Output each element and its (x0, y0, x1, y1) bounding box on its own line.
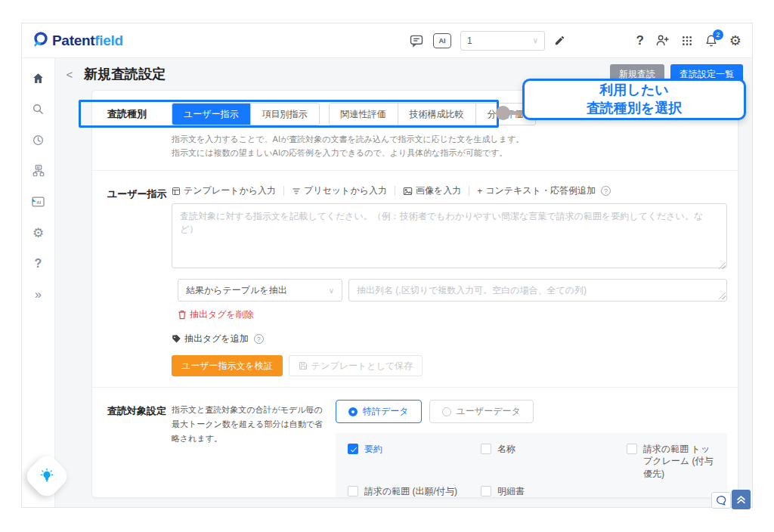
callout-line2: 査読種別を選択 (587, 100, 682, 117)
extract-mode-value: 結果からテーブルを抽出 (186, 284, 287, 297)
extract-table-row: 結果からテーブルを抽出 ∨ (172, 279, 727, 302)
user-instruction-label: ユーザー指示 (107, 183, 172, 376)
validate-instruction-button[interactable]: ユーザー指示文を検証 (172, 355, 283, 376)
annotation-connector-dot (496, 106, 510, 120)
invite-user-icon[interactable] (655, 33, 670, 48)
home-icon[interactable] (31, 70, 46, 85)
radio-user-data[interactable]: ユーザーデータ (429, 400, 534, 423)
lightbulb-icon (39, 468, 54, 484)
feedback-bubble-button[interactable] (711, 492, 731, 509)
history-clock-icon[interactable] (31, 132, 46, 147)
input-resize-handle[interactable] (719, 292, 726, 299)
page-title: 新規査読設定 (84, 65, 166, 83)
radio-dot-icon (442, 407, 451, 416)
extract-columns-input[interactable] (348, 279, 727, 302)
section-review-target: 査読対象設定 指示文と査読対象文の合計がモデル毎の最大トークン数を超える部分は自… (92, 387, 738, 498)
sidebar-expand-icon[interactable]: » (31, 287, 46, 302)
data-source-radio-group: 特許データ ユーザーデータ (336, 400, 727, 423)
checkbox[interactable] (348, 444, 358, 454)
patent-fields-grid: 要約 名称 請求の範囲 トップクレーム (付与優先) 請求の範囲 (出願/付与)… (348, 443, 715, 498)
sidebar-settings-icon[interactable]: ⚙ (31, 225, 46, 240)
sidebar: AI AI ⚙ ? » (22, 58, 55, 507)
checkbox-item[interactable]: 請求の範囲 トップクレーム (付与優先) (627, 443, 715, 480)
checkbox-item[interactable]: 要約 (348, 443, 476, 480)
input-image-link[interactable]: 画像を入力 (403, 184, 461, 197)
feedback-chat-icon[interactable] (409, 33, 424, 48)
sidebar-help-icon[interactable]: ? (31, 256, 46, 271)
template-icon (172, 187, 181, 196)
back-chevron-icon[interactable]: < (61, 68, 78, 81)
checkbox-item[interactable]: 名称 (481, 443, 622, 480)
extract-mode-select[interactable]: 結果からテーブルを抽出 ∨ (178, 279, 342, 302)
input-from-template-link[interactable]: テンプレートから入力 (172, 184, 276, 197)
chevron-down-icon: ∨ (533, 36, 538, 45)
ai-classify-tree-icon[interactable]: AI (31, 163, 46, 178)
double-chevron-up-icon (736, 494, 746, 505)
review-type-description: 指示文を入力することで、AIが査読対象の文書を読み込んで指示文に応じた文を生成し… (172, 132, 727, 159)
callout-line1: 利用したい (599, 82, 668, 99)
notification-badge: 2 (713, 29, 723, 40)
header-middle-group: AI 1 ∨ (409, 23, 565, 57)
context-help-icon[interactable]: ? (601, 186, 611, 196)
checkbox[interactable] (627, 444, 637, 454)
ai-assistant-icon[interactable]: AI (433, 33, 451, 48)
add-context-example-link[interactable]: + コンテキスト・応答例追加 ? (477, 184, 611, 197)
tab-item-instruction[interactable]: 項目別指示 (250, 104, 319, 125)
trash-icon (178, 310, 187, 320)
add-tag-help-icon[interactable]: ? (254, 334, 264, 344)
svg-text:AI: AI (36, 165, 39, 169)
notifications-bell-icon[interactable]: 2 (704, 34, 718, 48)
ai-review-doc-icon[interactable]: AI (31, 194, 46, 209)
help-icon[interactable]: ? (636, 33, 643, 48)
review-target-label: 査読対象設定 (107, 400, 172, 498)
instruction-textarea[interactable] (172, 203, 727, 268)
checkbox[interactable] (481, 444, 491, 454)
annotation-callout: 利用したい 査読種別を選択 (522, 79, 746, 120)
logo-text: Patentfield (52, 32, 123, 49)
instruction-toolbar: テンプレートから入力 プリセットから入力 (172, 184, 727, 197)
top-header: Patentfield AI 1 ∨ (22, 23, 752, 58)
save-as-template-button[interactable]: テンプレートとして保存 (289, 355, 423, 376)
logo-mark-icon (33, 31, 49, 51)
preset-list-icon (292, 187, 301, 196)
patentfield-logo[interactable]: Patentfield (33, 31, 123, 51)
input-from-preset-link[interactable]: プリセットから入力 (292, 184, 387, 197)
review-type-label: 査読種別 (107, 103, 172, 159)
chevron-down-icon: ∨ (329, 286, 334, 295)
review-settings-card: 査読種別 ユーザー指示 項目別指示 関連性評価 技術構成比較 分類評価 (91, 90, 738, 498)
patent-fields-panel: 要約 名称 請求の範囲 トップクレーム (付与優先) 請求の範囲 (出願/付与)… (336, 433, 727, 498)
grid-spacer (627, 485, 715, 497)
edit-pencil-icon[interactable] (554, 35, 565, 46)
settings-gear-icon[interactable]: ⚙ (729, 34, 741, 48)
header-right-group: ? 2 (636, 33, 741, 48)
delete-extract-tag-link[interactable]: 抽出タグを削除 (172, 308, 254, 321)
section-user-instruction: ユーザー指示 テンプレートから入力 (92, 170, 738, 387)
checkbox[interactable] (348, 486, 358, 496)
radio-dot-icon (348, 407, 358, 416)
plus-icon: + (477, 186, 482, 196)
checkbox[interactable] (481, 486, 491, 496)
image-icon (403, 187, 413, 196)
apps-grid-icon[interactable] (681, 35, 693, 47)
checkbox-item[interactable]: 請求の範囲 (出願/付与) (348, 485, 476, 497)
chat-bubble-icon (716, 495, 727, 506)
save-icon (299, 361, 308, 370)
radio-patent-data[interactable]: 特許データ (336, 400, 422, 423)
tab-group-instruction: ユーザー指示 項目別指示 (172, 103, 320, 125)
scroll-to-top-button[interactable] (732, 490, 751, 509)
workspace-select[interactable]: 1 ∨ (460, 31, 545, 51)
checkbox-item[interactable]: 明細書 (481, 485, 622, 497)
textarea-resize-handle[interactable] (719, 262, 726, 269)
add-extract-tag-link[interactable]: 抽出タグを追加 ? (172, 332, 264, 345)
svg-text:AI: AI (36, 200, 41, 205)
search-icon[interactable] (31, 101, 46, 116)
tab-relevance-eval[interactable]: 関連性評価 (330, 104, 398, 125)
review-target-description: 指示文と査読対象文の合計がモデル毎の最大トークン数を超える部分は自動で省略されま… (172, 400, 327, 498)
main-content: < 新規査読設定 新規査読 査読設定一覧 査読種別 ユーザー指示 項目別指示 (55, 58, 752, 507)
workspace-select-value: 1 (467, 36, 472, 46)
tab-user-instruction[interactable]: ユーザー指示 (172, 104, 250, 125)
tab-tech-structure-compare[interactable]: 技術構成比較 (398, 104, 475, 125)
tag-icon (172, 334, 181, 344)
